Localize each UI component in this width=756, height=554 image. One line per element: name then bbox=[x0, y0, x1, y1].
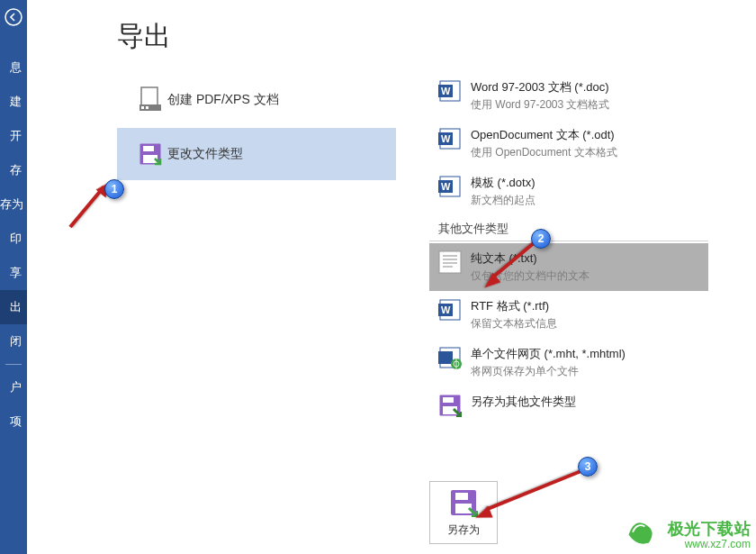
file-type-other[interactable]: 另存为其他文件类型 bbox=[429, 386, 708, 424]
sidebar-item-save[interactable]: 存 bbox=[0, 153, 27, 187]
file-type-dotx[interactable]: W 模板 (*.dotx) 新文档的起点 bbox=[429, 168, 708, 215]
word-doc-icon: W bbox=[438, 298, 462, 322]
export-options-list: 创建 PDF/XPS 文档 更改文件类型 bbox=[117, 72, 396, 180]
svg-rect-3 bbox=[141, 106, 144, 109]
sidebar-item-new[interactable]: 建 bbox=[0, 85, 27, 119]
txt-icon bbox=[438, 250, 462, 274]
sidebar-item-export[interactable]: 出 bbox=[0, 290, 27, 324]
page-title: 导出 bbox=[117, 18, 171, 55]
export-option-label: 更改文件类型 bbox=[167, 146, 243, 162]
save-type-icon bbox=[133, 142, 167, 166]
file-type-section-header: 其他文件类型 bbox=[429, 215, 708, 241]
callout-1: 1 bbox=[104, 179, 124, 199]
svg-text:W: W bbox=[441, 304, 451, 315]
file-type-desc: 使用 Word 97-2003 文档格式 bbox=[471, 97, 610, 113]
content-area: 导出 创建 PDF/XPS 文档 bbox=[27, 0, 756, 554]
file-type-desc: 新文档的起点 bbox=[471, 193, 536, 208]
file-type-desc: 保留文本格式信息 bbox=[471, 316, 557, 331]
svg-text:W: W bbox=[441, 133, 451, 144]
save-as-icon bbox=[438, 394, 462, 417]
separator bbox=[429, 241, 708, 241]
svg-text:W: W bbox=[441, 86, 451, 96]
sidebar-item-account[interactable]: 户 bbox=[0, 370, 27, 404]
export-option-change-file-type[interactable]: 更改文件类型 bbox=[117, 128, 396, 180]
file-type-title: RTF 格式 (*.rtf) bbox=[471, 298, 557, 314]
callout-3: 3 bbox=[578, 457, 598, 477]
sidebar-item-open[interactable]: 开 bbox=[0, 119, 27, 153]
save-as-label: 另存为 bbox=[447, 522, 480, 538]
file-type-title: 纯文本 (*.txt) bbox=[471, 250, 590, 267]
watermark-url: www.xz7.com bbox=[668, 539, 752, 550]
file-type-desc: 将网页保存为单个文件 bbox=[471, 364, 626, 379]
file-type-odt[interactable]: W OpenDocument 文本 (*.odt) 使用 OpenDocumen… bbox=[429, 120, 708, 168]
svg-rect-6 bbox=[143, 146, 154, 151]
file-type-txt[interactable]: 纯文本 (*.txt) 仅包含您的文档中的文本 bbox=[429, 243, 708, 291]
sidebar-item-print[interactable]: 印 bbox=[0, 222, 27, 256]
pdf-icon bbox=[133, 86, 167, 114]
export-option-label: 创建 PDF/XPS 文档 bbox=[167, 92, 279, 108]
svg-rect-26 bbox=[438, 351, 453, 364]
web-page-icon bbox=[438, 346, 462, 369]
file-type-desc: 使用 OpenDocument 文本格式 bbox=[471, 145, 617, 160]
word-doc-icon: W bbox=[438, 127, 462, 150]
sidebar-item-share[interactable]: 享 bbox=[0, 256, 27, 290]
file-type-title: Word 97-2003 文档 (*.doc) bbox=[471, 79, 610, 95]
file-type-title: 模板 (*.dotx) bbox=[471, 175, 536, 191]
watermark-text: 极光下载站 bbox=[668, 521, 752, 539]
callout-2: 2 bbox=[531, 229, 551, 249]
svg-rect-32 bbox=[455, 493, 468, 500]
watermark-logo-icon bbox=[625, 514, 657, 547]
sidebar-divider bbox=[5, 364, 22, 365]
file-type-title: 另存为其他文件类型 bbox=[471, 394, 576, 410]
svg-rect-29 bbox=[443, 397, 454, 403]
svg-point-0 bbox=[5, 9, 22, 25]
back-button[interactable] bbox=[0, 4, 27, 31]
word-doc-icon: W bbox=[438, 79, 462, 103]
sidebar-item-options[interactable]: 项 bbox=[0, 404, 27, 439]
svg-rect-17 bbox=[439, 251, 461, 273]
file-type-mht[interactable]: 单个文件网页 (*.mht, *.mhtml) 将网页保存为单个文件 bbox=[429, 339, 708, 386]
sidebar-item-saveas[interactable]: 存为 bbox=[0, 187, 27, 222]
file-type-doc[interactable]: W Word 97-2003 文档 (*.doc) 使用 Word 97-200… bbox=[429, 72, 708, 120]
backstage-sidebar: 息 建 开 存 存为 印 享 出 闭 户 项 bbox=[0, 0, 27, 554]
file-type-panel: W Word 97-2003 文档 (*.doc) 使用 Word 97-200… bbox=[429, 72, 708, 424]
sidebar-item-close[interactable]: 闭 bbox=[0, 324, 27, 359]
word-doc-icon: W bbox=[438, 175, 462, 198]
watermark: 极光下载站 www.xz7.com bbox=[668, 521, 752, 550]
file-type-rtf[interactable]: W RTF 格式 (*.rtf) 保留文本格式信息 bbox=[429, 291, 708, 339]
file-type-title: 单个文件网页 (*.mht, *.mhtml) bbox=[471, 346, 626, 362]
export-option-pdfxps[interactable]: 创建 PDF/XPS 文档 bbox=[117, 72, 396, 128]
back-arrow-icon bbox=[4, 8, 22, 26]
svg-rect-4 bbox=[146, 106, 148, 109]
file-type-title: OpenDocument 文本 (*.odt) bbox=[471, 127, 617, 143]
svg-text:W: W bbox=[441, 181, 451, 192]
sidebar-item-info[interactable]: 息 bbox=[0, 50, 27, 85]
